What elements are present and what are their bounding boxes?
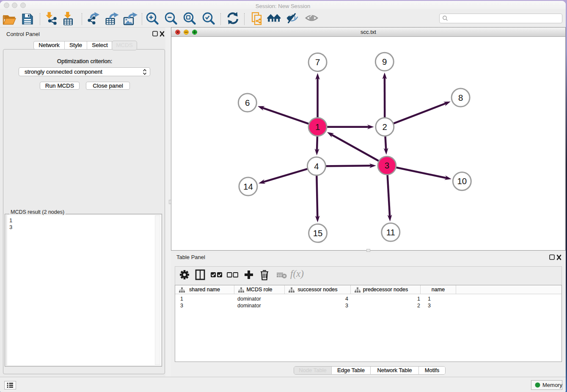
svg-text:11: 11 [386,227,395,237]
svg-text:2: 2 [383,122,387,132]
svg-text:6: 6 [245,98,250,108]
svg-text:3: 3 [385,160,389,170]
svg-text:4: 4 [314,161,319,171]
svg-text:8: 8 [458,93,463,102]
svg-text:7: 7 [315,57,320,67]
svg-text:14: 14 [243,182,253,191]
svg-text:10: 10 [457,176,467,186]
svg-text:1: 1 [315,122,320,132]
svg-text:9: 9 [382,57,387,66]
svg-text:15: 15 [313,228,323,238]
